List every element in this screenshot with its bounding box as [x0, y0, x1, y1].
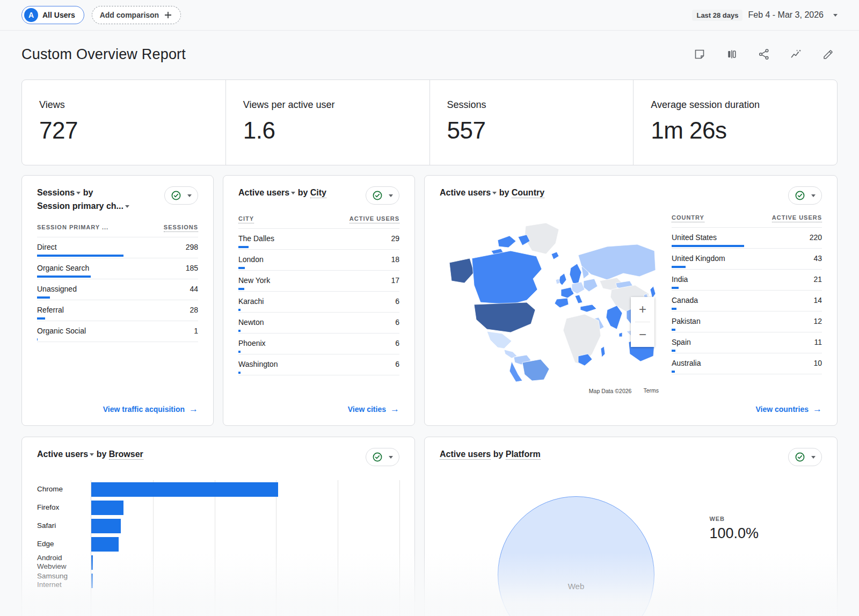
table-row: Unassigned44 — [37, 279, 198, 300]
table-row: Karachi6 — [238, 292, 399, 313]
row-bar — [238, 351, 241, 353]
arrow-right-icon: → — [189, 404, 198, 414]
row-label: Phoenix — [238, 339, 266, 347]
comparison-icon[interactable] — [723, 45, 741, 63]
view-traffic-acquisition-link[interactable]: View traffic acquisition→ — [103, 404, 198, 414]
data-quality-pill[interactable] — [788, 448, 822, 466]
column-dimension[interactable]: CITY — [238, 215, 254, 223]
bar[interactable] — [91, 519, 121, 533]
table-row: London18 — [238, 250, 399, 271]
dimension-selector[interactable]: Browser — [109, 450, 143, 460]
table-row: Organic Social1 — [37, 321, 198, 342]
metric-selector[interactable]: Active users — [440, 188, 497, 197]
metric-selector[interactable]: Sessions — [37, 188, 81, 197]
dimension-selector[interactable]: Session primary ch... — [37, 201, 129, 211]
chevron-down-icon — [833, 14, 838, 17]
chevron-down-icon — [389, 456, 393, 459]
edit-icon[interactable] — [819, 45, 838, 63]
platform-pie-chart: Web WEB 100.0% — [440, 470, 822, 616]
chevron-down-icon — [492, 192, 497, 194]
row-value: 6 — [395, 339, 399, 347]
view-cities-link[interactable]: View cities→ — [348, 404, 399, 414]
table-header: CITY ACTIVE USERS — [238, 215, 399, 229]
row-bar — [238, 246, 249, 248]
bar[interactable] — [91, 501, 123, 515]
table-row: Phoenix6 — [238, 334, 399, 354]
map-terms-link[interactable]: Terms — [643, 387, 659, 395]
map-attribution: Map Data ©2026 — [587, 387, 634, 395]
data-quality-pill[interactable] — [164, 186, 198, 205]
city-table: The Dalles29London18New York17Karachi6Ne… — [238, 229, 399, 375]
kpi-value: 1.6 — [243, 117, 412, 144]
row-bar — [672, 308, 676, 310]
row-value: 44 — [190, 285, 198, 293]
row-bar — [37, 296, 50, 299]
card-title: Active users by Browser — [37, 448, 143, 461]
row-value: 18 — [391, 255, 399, 264]
bar[interactable] — [91, 555, 93, 570]
row-bar — [37, 276, 91, 278]
share-icon[interactable] — [755, 45, 773, 63]
row-value: 12 — [813, 317, 822, 325]
date-range-picker[interactable]: Last 28 days Feb 4 - Mar 3, 2026 — [692, 10, 838, 21]
users-by-browser-card: Active users by Browser ChromeFirefoxSaf… — [21, 437, 415, 616]
bar[interactable] — [91, 482, 278, 497]
row-value: 10 — [813, 359, 822, 367]
table-row: Newton6 — [238, 313, 399, 334]
data-quality-pill[interactable] — [366, 448, 399, 466]
data-quality-pill[interactable] — [788, 186, 822, 205]
date-preset-badge: Last 28 days — [692, 10, 742, 21]
map-zoom-control: + − — [631, 297, 654, 347]
card-title: Sessions by Session primary ch... — [37, 186, 129, 213]
top-bar: A All Users Add comparison Last 28 days … — [0, 0, 859, 31]
card-title: Active users by Country — [440, 186, 544, 200]
bar[interactable] — [91, 537, 119, 552]
map-zoom-out-button[interactable]: − — [631, 322, 654, 347]
card-title: Active users by City — [238, 186, 326, 200]
bar[interactable] — [91, 574, 93, 588]
kpi-views: Views 727 — [22, 80, 225, 165]
note-icon[interactable] — [690, 45, 709, 63]
row-value: 17 — [391, 276, 399, 285]
table-row: Referral28 — [37, 300, 198, 321]
world-map[interactable]: + − Map Data ©2026 Terms — [440, 207, 662, 395]
metric-selector[interactable]: Active users — [238, 188, 295, 197]
platform-legend: WEB 100.0% — [709, 516, 759, 542]
column-dimension[interactable]: COUNTRY — [672, 214, 704, 222]
check-circle-icon — [795, 452, 805, 462]
kpi-value: 557 — [447, 117, 616, 144]
row-label: India — [672, 275, 688, 284]
table-row: Washington6 — [238, 354, 399, 375]
arrow-right-icon: → — [813, 404, 822, 414]
report-toolbar — [690, 45, 838, 63]
dimension-selector[interactable]: Platform — [506, 450, 541, 460]
add-comparison-button[interactable]: Add comparison — [92, 6, 181, 24]
bar-row — [91, 553, 399, 571]
insights-icon[interactable] — [787, 45, 805, 63]
platform-pie-slice-web[interactable]: Web — [498, 496, 654, 616]
table-row: Australia10 — [672, 353, 822, 374]
row-bar — [238, 372, 241, 374]
card-title-by: by — [298, 188, 308, 197]
data-quality-pill[interactable] — [366, 186, 399, 205]
column-dimension[interactable]: SESSION PRIMARY ... — [37, 224, 108, 232]
dimension-selector[interactable]: City — [310, 188, 326, 198]
map-zoom-in-button[interactable]: + — [631, 297, 654, 322]
column-metric[interactable]: SESSIONS — [164, 224, 198, 232]
legend-label: WEB — [709, 516, 759, 522]
add-comparison-label: Add comparison — [100, 11, 159, 19]
column-metric[interactable]: ACTIVE USERS — [350, 215, 399, 223]
view-countries-link[interactable]: View countries→ — [755, 404, 822, 414]
all-users-chip[interactable]: A All Users — [21, 6, 84, 24]
table-row: Direct298 — [37, 237, 198, 258]
sessions-table: Direct298Organic Search185Unassigned44Re… — [37, 237, 198, 342]
bar-row — [91, 517, 399, 535]
metric-selector[interactable]: Active users — [37, 450, 94, 459]
metric-selector[interactable]: Active users — [440, 450, 491, 460]
bar-chart-labels: ChromeFirefoxSafariEdgeAndroid WebviewSa… — [37, 480, 91, 616]
slice-label: Web — [498, 582, 654, 591]
dimension-selector[interactable]: Country — [512, 188, 544, 198]
column-metric[interactable]: ACTIVE USERS — [772, 214, 822, 222]
table-row: Canada14 — [672, 291, 822, 311]
row-label: Pakistan — [672, 317, 701, 325]
